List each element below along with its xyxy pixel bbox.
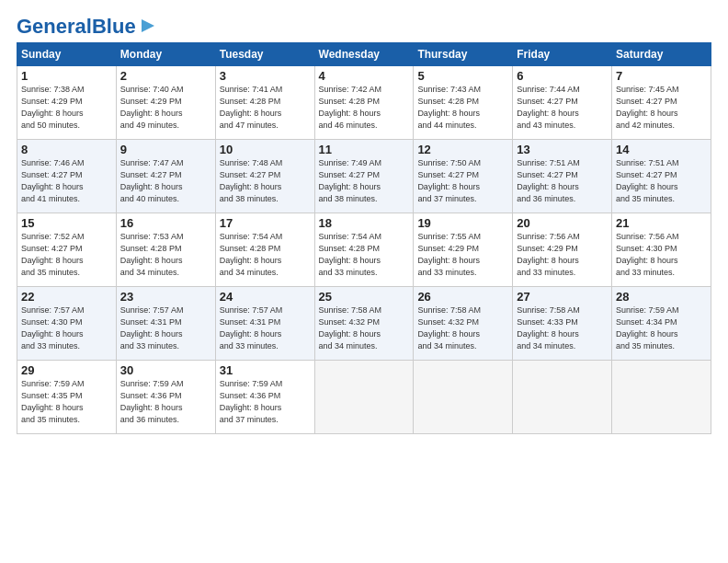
day-number: 31	[220, 363, 311, 377]
day-number: 15	[21, 216, 112, 230]
day-number: 13	[517, 143, 608, 156]
calendar-table: SundayMondayTuesdayWednesdayThursdayFrid…	[17, 42, 711, 434]
logo-blue: Blue	[92, 15, 136, 38]
day-cell: 18Sunrise: 7:54 AM Sunset: 4:28 PM Dayli…	[314, 213, 414, 287]
day-info: Sunrise: 7:49 AM Sunset: 4:27 PM Dayligh…	[319, 157, 410, 205]
day-number: 10	[220, 143, 311, 156]
day-info: Sunrise: 7:59 AM Sunset: 4:34 PM Dayligh…	[616, 304, 707, 352]
logo-text: GeneralBlue	[17, 17, 136, 37]
day-cell: 17Sunrise: 7:54 AM Sunset: 4:28 PM Dayli…	[215, 213, 314, 287]
day-info: Sunrise: 7:59 AM Sunset: 4:36 PM Dayligh…	[220, 378, 311, 426]
day-number: 20	[517, 216, 608, 230]
day-number: 24	[220, 290, 311, 304]
day-cell: 3Sunrise: 7:41 AM Sunset: 4:28 PM Daylig…	[215, 66, 314, 140]
page: GeneralBlue SundayMondayTuesdayWednesday…	[0, 0, 728, 443]
day-number: 19	[417, 216, 508, 230]
day-number: 5	[417, 69, 508, 83]
header: GeneralBlue	[17, 17, 711, 37]
day-number: 16	[120, 216, 211, 230]
day-number: 7	[616, 69, 707, 83]
day-number: 29	[21, 363, 112, 377]
day-info: Sunrise: 7:48 AM Sunset: 4:27 PM Dayligh…	[220, 157, 311, 205]
day-number: 30	[120, 363, 211, 377]
header-row: SundayMondayTuesdayWednesdayThursdayFrid…	[17, 43, 711, 66]
day-cell: 22Sunrise: 7:57 AM Sunset: 4:30 PM Dayli…	[17, 287, 117, 361]
day-number: 27	[517, 290, 608, 304]
day-number: 22	[21, 290, 112, 304]
day-cell: 2Sunrise: 7:40 AM Sunset: 4:29 PM Daylig…	[116, 66, 215, 140]
day-cell: 11Sunrise: 7:49 AM Sunset: 4:27 PM Dayli…	[314, 140, 414, 213]
day-info: Sunrise: 7:52 AM Sunset: 4:27 PM Dayligh…	[21, 231, 112, 279]
day-cell: 6Sunrise: 7:44 AM Sunset: 4:27 PM Daylig…	[513, 66, 612, 140]
day-cell: 7Sunrise: 7:45 AM Sunset: 4:27 PM Daylig…	[612, 66, 711, 140]
col-header-monday: Monday	[116, 43, 215, 66]
day-info: Sunrise: 7:56 AM Sunset: 4:30 PM Dayligh…	[616, 231, 707, 279]
day-cell: 28Sunrise: 7:59 AM Sunset: 4:34 PM Dayli…	[612, 287, 711, 361]
day-info: Sunrise: 7:46 AM Sunset: 4:27 PM Dayligh…	[21, 157, 112, 205]
day-cell: 4Sunrise: 7:42 AM Sunset: 4:28 PM Daylig…	[314, 66, 414, 140]
day-info: Sunrise: 7:40 AM Sunset: 4:29 PM Dayligh…	[120, 84, 211, 132]
day-cell	[513, 361, 612, 434]
day-cell: 26Sunrise: 7:58 AM Sunset: 4:32 PM Dayli…	[414, 287, 513, 361]
day-info: Sunrise: 7:42 AM Sunset: 4:28 PM Dayligh…	[319, 84, 410, 132]
logo-icon	[138, 16, 158, 36]
day-info: Sunrise: 7:54 AM Sunset: 4:28 PM Dayligh…	[319, 231, 410, 279]
week-row-3: 15Sunrise: 7:52 AM Sunset: 4:27 PM Dayli…	[17, 213, 711, 287]
day-cell: 24Sunrise: 7:57 AM Sunset: 4:31 PM Dayli…	[215, 287, 314, 361]
day-number: 26	[417, 290, 508, 304]
week-row-2: 8Sunrise: 7:46 AM Sunset: 4:27 PM Daylig…	[17, 140, 711, 213]
day-cell: 21Sunrise: 7:56 AM Sunset: 4:30 PM Dayli…	[612, 213, 711, 287]
day-cell	[414, 361, 513, 434]
day-cell: 27Sunrise: 7:58 AM Sunset: 4:33 PM Dayli…	[513, 287, 612, 361]
day-cell: 1Sunrise: 7:38 AM Sunset: 4:29 PM Daylig…	[17, 66, 117, 140]
day-number: 1	[21, 69, 112, 83]
col-header-wednesday: Wednesday	[314, 43, 414, 66]
day-info: Sunrise: 7:43 AM Sunset: 4:28 PM Dayligh…	[417, 84, 508, 132]
day-cell: 20Sunrise: 7:56 AM Sunset: 4:29 PM Dayli…	[513, 213, 612, 287]
day-cell	[314, 361, 414, 434]
day-info: Sunrise: 7:57 AM Sunset: 4:31 PM Dayligh…	[220, 304, 311, 352]
day-info: Sunrise: 7:59 AM Sunset: 4:36 PM Dayligh…	[120, 378, 211, 426]
logo: GeneralBlue	[17, 17, 158, 37]
day-info: Sunrise: 7:59 AM Sunset: 4:35 PM Dayligh…	[21, 378, 112, 426]
day-cell: 31Sunrise: 7:59 AM Sunset: 4:36 PM Dayli…	[215, 361, 314, 434]
day-cell: 13Sunrise: 7:51 AM Sunset: 4:27 PM Dayli…	[513, 140, 612, 213]
day-number: 8	[21, 143, 112, 156]
day-info: Sunrise: 7:58 AM Sunset: 4:32 PM Dayligh…	[319, 304, 410, 352]
day-info: Sunrise: 7:55 AM Sunset: 4:29 PM Dayligh…	[417, 231, 508, 279]
day-info: Sunrise: 7:51 AM Sunset: 4:27 PM Dayligh…	[517, 157, 608, 205]
day-cell	[612, 361, 711, 434]
day-cell: 30Sunrise: 7:59 AM Sunset: 4:36 PM Dayli…	[116, 361, 215, 434]
day-cell: 19Sunrise: 7:55 AM Sunset: 4:29 PM Dayli…	[414, 213, 513, 287]
day-info: Sunrise: 7:44 AM Sunset: 4:27 PM Dayligh…	[517, 84, 608, 132]
day-number: 25	[319, 290, 410, 304]
day-info: Sunrise: 7:57 AM Sunset: 4:31 PM Dayligh…	[120, 304, 211, 352]
day-cell: 8Sunrise: 7:46 AM Sunset: 4:27 PM Daylig…	[17, 140, 117, 213]
svg-marker-0	[142, 19, 154, 32]
day-info: Sunrise: 7:47 AM Sunset: 4:27 PM Dayligh…	[120, 157, 211, 205]
day-number: 14	[616, 143, 707, 156]
day-info: Sunrise: 7:58 AM Sunset: 4:32 PM Dayligh…	[417, 304, 508, 352]
day-info: Sunrise: 7:51 AM Sunset: 4:27 PM Dayligh…	[616, 157, 707, 205]
day-number: 2	[120, 69, 211, 83]
day-number: 18	[319, 216, 410, 230]
day-cell: 9Sunrise: 7:47 AM Sunset: 4:27 PM Daylig…	[116, 140, 215, 213]
day-cell: 29Sunrise: 7:59 AM Sunset: 4:35 PM Dayli…	[17, 361, 117, 434]
day-number: 28	[616, 290, 707, 304]
day-cell: 12Sunrise: 7:50 AM Sunset: 4:27 PM Dayli…	[414, 140, 513, 213]
day-info: Sunrise: 7:38 AM Sunset: 4:29 PM Dayligh…	[21, 84, 112, 132]
day-number: 17	[220, 216, 311, 230]
day-number: 9	[120, 143, 211, 156]
day-number: 6	[517, 69, 608, 83]
day-cell: 15Sunrise: 7:52 AM Sunset: 4:27 PM Dayli…	[17, 213, 117, 287]
day-number: 11	[319, 143, 410, 156]
day-info: Sunrise: 7:41 AM Sunset: 4:28 PM Dayligh…	[220, 84, 311, 132]
day-info: Sunrise: 7:56 AM Sunset: 4:29 PM Dayligh…	[517, 231, 608, 279]
col-header-saturday: Saturday	[612, 43, 711, 66]
col-header-thursday: Thursday	[414, 43, 513, 66]
week-row-1: 1Sunrise: 7:38 AM Sunset: 4:29 PM Daylig…	[17, 66, 711, 140]
day-info: Sunrise: 7:58 AM Sunset: 4:33 PM Dayligh…	[517, 304, 608, 352]
day-cell: 23Sunrise: 7:57 AM Sunset: 4:31 PM Dayli…	[116, 287, 215, 361]
day-info: Sunrise: 7:57 AM Sunset: 4:30 PM Dayligh…	[21, 304, 112, 352]
col-header-sunday: Sunday	[17, 43, 117, 66]
